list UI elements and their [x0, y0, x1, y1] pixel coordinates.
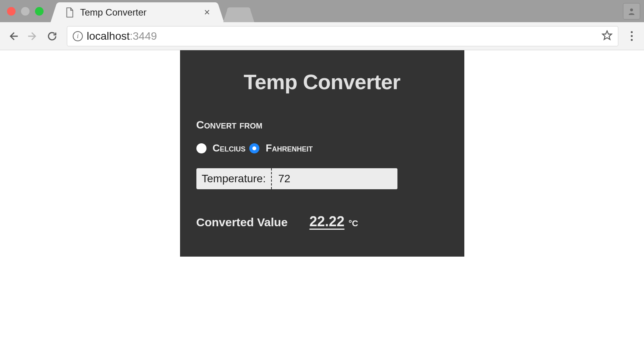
- browser-toolbar: i localhost:3449: [0, 22, 644, 50]
- window-controls: [7, 7, 44, 16]
- window-minimize-icon[interactable]: [21, 7, 30, 16]
- browser-tab-strip: Temp Converter ×: [0, 0, 644, 22]
- reload-button[interactable]: [44, 28, 60, 44]
- svg-point-0: [630, 9, 633, 11]
- window-close-icon[interactable]: [7, 7, 16, 16]
- browser-menu-icon[interactable]: [625, 31, 639, 41]
- url-text: localhost:3449: [87, 30, 157, 42]
- svg-marker-1: [602, 31, 611, 39]
- user-profile-icon[interactable]: [623, 3, 640, 19]
- browser-tab[interactable]: Temp Converter ×: [58, 2, 217, 22]
- radio-celcius[interactable]: [196, 143, 206, 153]
- page-viewport: Temp Converter Convert from Celcius Fahr…: [0, 50, 644, 257]
- bookmark-star-icon[interactable]: [602, 30, 612, 42]
- temp-converter-app: Temp Converter Convert from Celcius Fahr…: [180, 50, 464, 257]
- temperature-input-row: Temperature:: [196, 168, 397, 189]
- back-button[interactable]: [5, 28, 21, 44]
- new-tab-button[interactable]: [227, 7, 250, 22]
- convert-from-label: Convert from: [196, 119, 448, 131]
- tab-title: Temp Converter: [80, 7, 204, 18]
- result-unit: °C: [348, 218, 358, 228]
- radio-fahrenheit[interactable]: [249, 143, 259, 153]
- result-value: 22.22: [310, 213, 345, 229]
- unit-radio-group: Celcius Fahrenheit: [196, 142, 448, 154]
- address-bar[interactable]: i localhost:3449: [67, 26, 618, 46]
- window-maximize-icon[interactable]: [35, 7, 44, 16]
- radio-celcius-label: Celcius: [213, 142, 246, 154]
- page-icon: [65, 7, 75, 18]
- forward-button: [25, 28, 40, 44]
- result-row: Converted Value 22.22 °C: [196, 213, 448, 230]
- temperature-input-label: Temperature:: [196, 168, 272, 189]
- site-info-icon[interactable]: i: [73, 31, 83, 41]
- temperature-input[interactable]: [272, 168, 397, 189]
- result-label: Converted Value: [196, 216, 288, 229]
- app-title: Temp Converter: [196, 70, 448, 94]
- close-tab-icon[interactable]: ×: [204, 6, 210, 18]
- radio-fahrenheit-label: Fahrenheit: [266, 142, 313, 154]
